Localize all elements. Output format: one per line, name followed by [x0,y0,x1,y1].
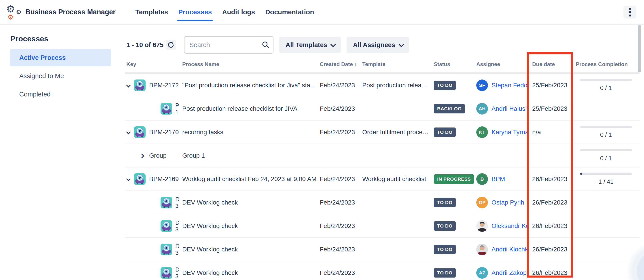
process-name[interactable]: DEV Worklog check [181,246,319,253]
due-date: 26/Feb/2023 [531,222,575,230]
created-date: Feb/24/2023 [319,175,361,183]
table-row[interactable]: BPM-2172 "Post production release checkl… [125,74,640,97]
sort-desc-icon: ↓ [354,61,357,67]
tab-documentation[interactable]: Documentation [265,0,314,24]
vertical-scrollbar-thumb[interactable] [638,25,641,72]
help-button[interactable]: ? [637,252,644,280]
result-count: 1 - 10 of 675 [126,41,164,49]
process-key: D 3 [175,219,180,233]
assignee-name[interactable]: Stepan Fedor [492,82,530,89]
col-header-process-completion[interactable]: Process Completion [575,61,636,67]
completion-bar [580,126,632,128]
assignee-name[interactable]: Andrii Halush [492,105,529,112]
table-row[interactable]: BPM-2170 recurring tasks Feb/24/2023 Ord… [125,121,640,144]
process-key: BPM-2169 [149,176,179,182]
process-type-icon [160,244,172,255]
table-row[interactable]: D 3 DEV Worklog check Feb/24/2023 TO DO … [125,191,640,214]
completion-bar [580,79,632,81]
status-cell: TO DO [433,268,475,278]
table-header-row: Key Process Name Created Date↓ Template … [125,56,640,74]
status-badge: TO DO [434,198,456,207]
table-row[interactable]: Group Group 1 0 / 1 [125,144,640,167]
avatar [476,244,488,255]
process-key: D 3 [175,196,180,209]
expander-icon[interactable] [126,177,130,181]
brand: ⚙ ⚙ ⚙ Business Process Manager [6,3,116,20]
completion-text: 0 / 1 [600,132,612,139]
col-header-due-date[interactable]: Due date [531,61,575,67]
due-date: 25/Feb/2023 [531,82,575,89]
process-key: Group [149,152,166,159]
process-name[interactable]: recurring tasks [181,129,319,136]
more-menu-button[interactable] [624,5,636,18]
assignee-cell: AZ Andrii Zakop [475,267,531,279]
status-cell: BACKLOG [433,104,475,114]
col-header-process-name[interactable]: Process Name [181,61,319,67]
sidebar-item-assigned-to-me[interactable]: Assigned to Me [10,67,111,85]
expander-icon[interactable] [126,83,130,87]
avatar: B [476,173,488,185]
status-cell: TO DO [433,81,475,90]
process-name[interactable]: DEV Worklog check [181,222,319,230]
process-name[interactable]: DEV Worklog check [181,269,319,277]
assignee-name[interactable]: Oleksandr Ku [492,222,530,230]
tab-processes[interactable]: Processes [178,0,212,24]
kebab-dot [629,8,631,10]
table-row[interactable]: D 3 DEV Worklog check Feb/24/2023 TO DO … [125,214,640,238]
sidebar-item-active-process[interactable]: Active Process [10,49,111,66]
assignee-name[interactable]: Andrii Klochk [492,246,528,253]
col-header-key[interactable]: Key [125,61,181,67]
main-nav: Templates Processes Audit logs Documenta… [135,0,314,24]
process-name[interactable]: DEV Worklog check [181,199,319,206]
refresh-button[interactable] [166,40,176,50]
status-badge: TO DO [434,268,456,278]
col-header-status[interactable]: Status [433,61,475,67]
tab-templates[interactable]: Templates [135,0,168,24]
process-type-icon [160,267,172,279]
assignee-cell: KT Karyna Tyrna [475,126,531,138]
table-row[interactable]: BPM-2169 Worklog audit checklist Feb 24,… [125,167,640,191]
col-header-assignee[interactable]: Assignee [475,61,531,67]
table-row[interactable]: P 1 Post production release checklist fo… [125,97,640,121]
status-cell: TO DO [433,128,475,137]
table-row[interactable]: D 3 DEV Worklog check Feb/24/2023 TO DO … [125,238,640,261]
completion-bar-fill [580,173,582,175]
key-cell: P 1 [125,102,181,116]
status-cell: TO DO [433,245,475,254]
process-table-body: BPM-2172 "Post production release checkl… [125,74,640,280]
assignees-filter-button[interactable]: All Assignees [346,37,409,53]
assignee-cell: Oleksandr Ku [475,220,531,232]
assignee-name[interactable]: BPM [492,175,505,183]
col-header-template[interactable]: Template [361,61,433,67]
assignee-name[interactable]: Karyna Tyrna [492,129,528,136]
completion-cell: 1 / 41 [575,173,636,185]
process-name[interactable]: Group 1 [181,152,319,159]
sidebar-item-completed[interactable]: Completed [10,86,111,103]
table-row[interactable]: D 3 DEV Worklog check Feb/24/2023 TO DO … [125,261,640,280]
tab-audit-logs[interactable]: Audit logs [222,0,255,24]
key-cell: BPM-2169 [125,173,181,185]
chevron-down-icon [398,42,404,47]
status-badge: TO DO [434,81,456,90]
process-name[interactable]: Worklog audit checklist Feb 24, 2023 at … [181,175,319,183]
expander-icon[interactable] [126,130,130,134]
col-header-created-date[interactable]: Created Date↓ [319,61,361,67]
sidebar: Processes Active Process Assigned to Me … [0,25,114,104]
process-name[interactable]: Post production release checklist for JI… [181,105,319,112]
templates-filter-button[interactable]: All Templates [279,37,341,53]
status-cell: IN PROGRESS [433,174,475,184]
due-date: 26/Feb/2023 [531,199,575,206]
created-date: Feb/24/2023 [319,246,361,253]
assignee-name[interactable]: Andrii Zakop [492,269,526,277]
search-input[interactable] [184,36,274,54]
due-date: 26/Feb/2023 [531,175,575,183]
status-badge: BACKLOG [434,104,465,114]
status-cell: TO DO [433,198,475,207]
process-name[interactable]: "Post production release checklist for J… [181,82,319,89]
expander-icon[interactable] [140,154,144,158]
assignee-name[interactable]: Ostap Pyrih [492,199,524,206]
sidebar-heading: Processes [10,34,114,43]
due-date: 26/Feb/2023 [531,269,575,277]
app-header: ⚙ ⚙ ⚙ Business Process Manager Templates… [0,0,644,24]
template-name: Post production relea… [361,82,433,89]
